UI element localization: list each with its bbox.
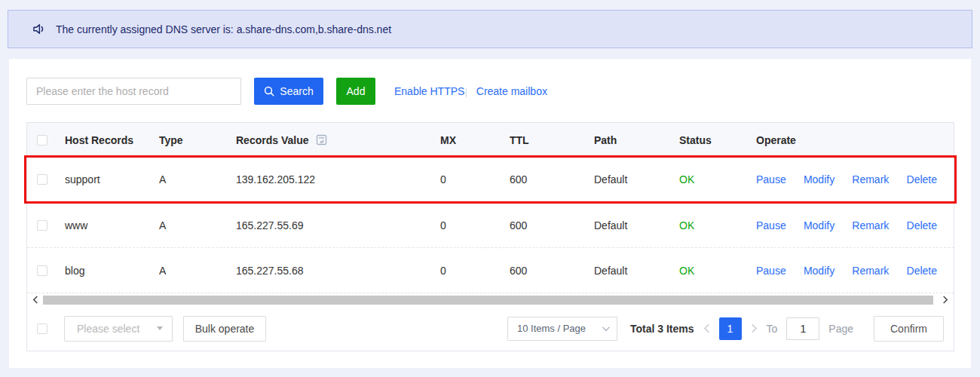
remark-link[interactable]: Remark	[852, 173, 889, 185]
modify-link[interactable]: Modify	[804, 265, 835, 277]
footer-select-all-checkbox[interactable]	[37, 323, 47, 334]
delete-link[interactable]: Delete	[907, 265, 937, 277]
enable-https-link[interactable]: Enable HTTPS	[394, 85, 464, 97]
delete-link[interactable]: Delete	[907, 173, 937, 185]
mx-cell: 0	[440, 219, 510, 231]
path-cell: Default	[594, 265, 679, 277]
bulk-operate-button[interactable]: Bulk operate	[183, 316, 266, 342]
dns-server-banner: The currently assigned DNS server is: a.…	[8, 10, 972, 48]
records-table: Host Records Type Records Value MX TTL P…	[26, 122, 954, 351]
modify-link[interactable]: Modify	[804, 173, 835, 185]
pause-link[interactable]: Pause	[756, 219, 786, 231]
ttl-cell: 600	[510, 219, 594, 231]
banner-message: The currently assigned DNS server is: a.…	[56, 23, 391, 35]
ttl-cell: 600	[510, 173, 594, 185]
select-all-checkbox[interactable]	[37, 135, 47, 146]
scroll-right-arrow-icon[interactable]	[939, 294, 951, 306]
search-icon	[264, 86, 274, 97]
scrollbar-track[interactable]	[42, 296, 939, 305]
items-per-page-select[interactable]: 10 Items / Page	[507, 317, 617, 341]
current-page-button[interactable]: 1	[719, 317, 742, 340]
search-button-label: Search	[280, 85, 313, 97]
remark-link[interactable]: Remark	[852, 219, 889, 231]
row-checkbox[interactable]	[37, 265, 47, 276]
remark-link[interactable]: Remark	[852, 265, 889, 277]
table-header-row: Host Records Type Records Value MX TTL P…	[27, 123, 954, 157]
goto-suffix-label: Page	[828, 323, 853, 335]
modify-link[interactable]: Modify	[804, 219, 835, 231]
host-record-search-input[interactable]	[26, 78, 241, 105]
scrollbar-thumb[interactable]	[43, 296, 933, 305]
pause-link[interactable]: Pause	[756, 265, 786, 277]
link-separator: |	[464, 86, 467, 97]
col-header-path: Path	[594, 134, 679, 146]
host-record-cell: blog	[65, 265, 159, 277]
mx-cell: 0	[440, 265, 510, 277]
col-header-host-records: Host Records	[65, 134, 159, 146]
create-mailbox-link[interactable]: Create mailbox	[476, 85, 547, 97]
caret-down-icon	[157, 326, 163, 330]
search-button[interactable]: Search	[254, 78, 323, 105]
horizontal-scrollbar	[27, 293, 954, 306]
table-row-blog: blog A 165.227.55.68 0 600 Default OK Pa…	[27, 247, 954, 293]
dns-console-page: The currently assigned DNS server is: a.…	[0, 0, 980, 377]
records-value-cell: 165.227.55.69	[236, 219, 440, 231]
ttl-cell: 600	[510, 265, 594, 277]
bulk-action-select-value: Please select	[77, 323, 139, 335]
records-card: Search Add Enable HTTPS | Create mailbox…	[9, 59, 971, 368]
type-cell: A	[159, 265, 236, 277]
col-header-status: Status	[679, 134, 755, 146]
table-footer: Please select Bulk operate 10 Items / Pa…	[27, 306, 954, 351]
goto-page-input[interactable]	[786, 317, 819, 340]
goto-prefix-label: To	[767, 323, 778, 335]
host-record-cell: support	[65, 173, 159, 185]
type-cell: A	[159, 173, 236, 185]
delete-link[interactable]: Delete	[907, 219, 937, 231]
speaker-icon	[31, 21, 47, 37]
confirm-button[interactable]: Confirm	[874, 316, 944, 342]
add-button[interactable]: Add	[336, 78, 375, 105]
mx-cell: 0	[440, 173, 510, 185]
pause-link[interactable]: Pause	[756, 173, 786, 185]
col-header-mx: MX	[440, 134, 510, 146]
prev-page-arrow-icon[interactable]	[703, 323, 710, 333]
table-row-www: www A 165.227.55.69 0 600 Default OK Pau…	[27, 202, 954, 247]
status-cell: OK	[679, 173, 755, 185]
path-cell: Default	[594, 219, 679, 231]
chevron-down-icon	[602, 323, 610, 331]
col-header-records-value: Records Value	[236, 134, 309, 146]
next-page-arrow-icon[interactable]	[751, 323, 758, 333]
status-cell: OK	[679, 265, 755, 277]
display-toggle-icon[interactable]	[316, 134, 327, 146]
items-per-page-value: 10 Items / Page	[517, 323, 586, 334]
bulk-action-select[interactable]: Please select	[64, 316, 173, 342]
host-record-cell: www	[65, 219, 159, 231]
status-cell: OK	[679, 219, 755, 231]
type-cell: A	[159, 219, 236, 231]
table-row-support: support A 139.162.205.122 0 600 Default …	[27, 157, 954, 202]
total-items-text: Total 3 Items	[630, 323, 694, 335]
toolbar: Search Add Enable HTTPS | Create mailbox	[26, 78, 954, 105]
records-value-cell: 165.227.55.68	[236, 265, 440, 277]
col-header-type: Type	[159, 134, 236, 146]
scroll-left-arrow-icon[interactable]	[29, 294, 41, 306]
col-header-operate: Operate	[755, 134, 954, 146]
row-checkbox[interactable]	[37, 174, 47, 185]
row-checkbox[interactable]	[37, 220, 47, 231]
col-header-ttl: TTL	[510, 134, 594, 146]
records-value-cell: 139.162.205.122	[236, 173, 440, 185]
path-cell: Default	[594, 173, 679, 185]
